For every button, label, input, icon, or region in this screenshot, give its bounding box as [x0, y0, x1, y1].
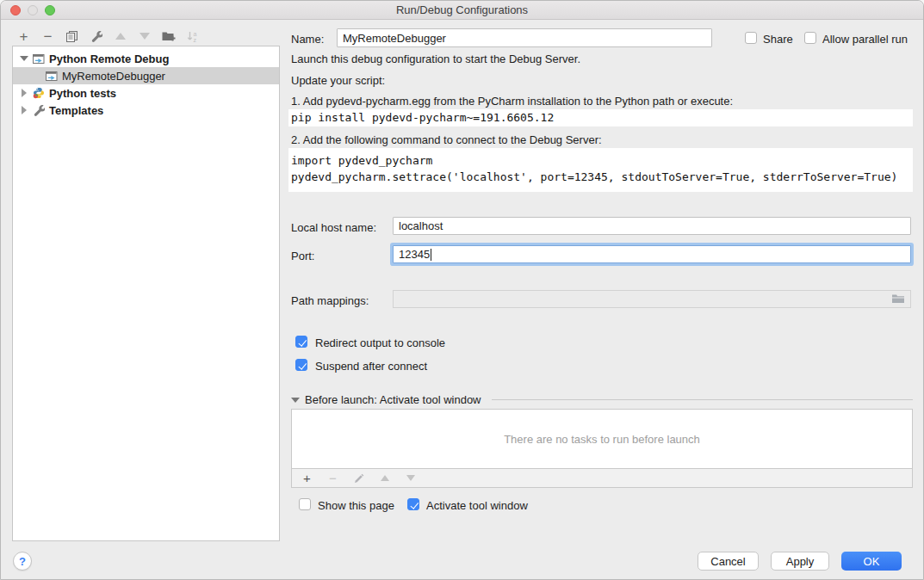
tasks-toolbar: + − — [292, 468, 912, 487]
text-caret — [431, 249, 431, 261]
allow-parallel-run-checkbox[interactable] — [804, 32, 816, 44]
port-label: Port: — [291, 250, 314, 263]
instruction-line-2: Update your script: — [291, 74, 385, 88]
tree-item-python-remote-debug[interactable]: Python Remote Debug — [13, 50, 279, 67]
settrace-code-block: import pydevd_pycharm pydevd_pycharm.set… — [288, 148, 913, 192]
settrace-code-line-2: pydevd_pycharm.settrace('localhost', por… — [291, 169, 913, 185]
titlebar: Run/Debug Configurations — [1, 1, 923, 20]
configurations-toolbar: + − az — [16, 28, 200, 45]
instruction-step-2: 2. Add the following command to connect … — [291, 133, 602, 147]
edit-templates-wrench-icon[interactable] — [89, 29, 103, 44]
add-task-icon[interactable]: + — [300, 471, 314, 485]
tree-item-label: Templates — [49, 104, 103, 117]
before-launch-header[interactable]: Before launch: Activate tool window — [291, 393, 913, 406]
close-button[interactable] — [10, 5, 21, 15]
redirect-output-label: Redirect output to console — [315, 336, 445, 350]
minimize-button — [28, 5, 38, 15]
name-input[interactable] — [337, 28, 712, 47]
edit-task-pencil-icon — [351, 471, 366, 485]
activate-tool-window-label: Activate tool window — [426, 499, 528, 513]
expanded-triangle-icon[interactable] — [20, 56, 28, 61]
remote-debug-config-icon — [33, 53, 45, 65]
section-divider — [492, 399, 913, 400]
templates-wrench-icon — [33, 104, 45, 116]
remote-debug-config-icon — [46, 71, 58, 82]
move-up-icon — [113, 29, 127, 44]
activate-tool-window-checkbox[interactable] — [407, 498, 419, 510]
python-tests-icon — [33, 87, 45, 99]
ok-button[interactable]: OK — [841, 552, 902, 571]
tree-item-templates[interactable]: Templates — [13, 102, 279, 119]
suspend-after-connect-label: Suspend after connect — [315, 360, 427, 373]
move-task-up-icon — [377, 471, 392, 485]
redirect-output-checkbox[interactable] — [295, 336, 307, 348]
share-checkbox[interactable] — [745, 32, 757, 44]
apply-button[interactable]: Apply — [771, 552, 829, 571]
zoom-button[interactable] — [45, 5, 55, 15]
pip-install-code: pip install pydevd-pycharm~=191.6605.12 — [288, 109, 913, 126]
run-debug-configurations-dialog: Run/Debug Configurations + − az Python R… — [0, 0, 924, 580]
browse-folder-icon[interactable] — [891, 293, 905, 305]
suspend-after-connect-checkbox[interactable] — [295, 359, 307, 371]
move-down-icon — [137, 29, 152, 44]
share-label: Share — [763, 33, 793, 46]
dialog-buttons: Cancel Apply OK — [698, 552, 902, 571]
collapsed-triangle-icon[interactable] — [20, 89, 28, 97]
cancel-button[interactable]: Cancel — [698, 552, 759, 571]
allow-parallel-run-label: Allow parallel run — [822, 33, 908, 46]
path-mappings-label: Path mappings: — [291, 294, 369, 308]
show-this-page-label: Show this page — [318, 499, 394, 513]
local-host-name-label: Local host name: — [291, 221, 376, 235]
tree-item-label: Python tests — [49, 87, 116, 100]
new-folder-icon[interactable] — [161, 29, 176, 44]
instruction-line-1: Launch this debug configuration to start… — [291, 52, 580, 66]
tree-item-myremotedebugger[interactable]: MyRemoteDebugger — [13, 67, 279, 84]
tree-item-label: MyRemoteDebugger — [62, 70, 165, 83]
settrace-code-line-1: import pydevd_pycharm — [291, 152, 913, 169]
sort-alphabetically-icon: az — [185, 29, 200, 44]
empty-tasks-message: There are no tasks to run before launch — [292, 410, 912, 468]
tree-item-label: Python Remote Debug — [49, 52, 169, 65]
add-configuration-icon[interactable]: + — [16, 29, 31, 44]
port-input[interactable]: 12345 — [393, 245, 911, 263]
before-launch-title: Before launch: Activate tool window — [305, 393, 481, 406]
help-button[interactable]: ? — [13, 552, 32, 571]
svg-text:a: a — [194, 30, 197, 36]
collapsed-triangle-icon[interactable] — [20, 106, 28, 114]
local-host-name-input[interactable] — [393, 217, 911, 235]
remove-configuration-icon[interactable]: − — [40, 29, 55, 44]
instruction-step-1: 1. Add pydevd-pycharm.egg from the PyCha… — [291, 95, 733, 108]
port-value: 12345 — [399, 248, 430, 261]
show-this-page-checkbox[interactable] — [299, 498, 311, 510]
window-title: Run/Debug Configurations — [1, 1, 923, 19]
before-launch-tasks-panel: There are no tasks to run before launch … — [291, 409, 913, 488]
tree-item-python-tests[interactable]: Python tests — [13, 84, 279, 102]
section-expanded-triangle-icon[interactable] — [291, 398, 300, 403]
remove-task-icon: − — [326, 471, 340, 485]
configurations-tree: Python Remote Debug MyRemoteDebugger Pyt… — [12, 46, 280, 541]
svg-text:z: z — [194, 37, 197, 43]
move-task-down-icon — [403, 471, 418, 485]
name-label: Name: — [291, 33, 324, 46]
path-mappings-input[interactable] — [393, 290, 911, 308]
copy-configuration-icon[interactable] — [65, 29, 79, 44]
